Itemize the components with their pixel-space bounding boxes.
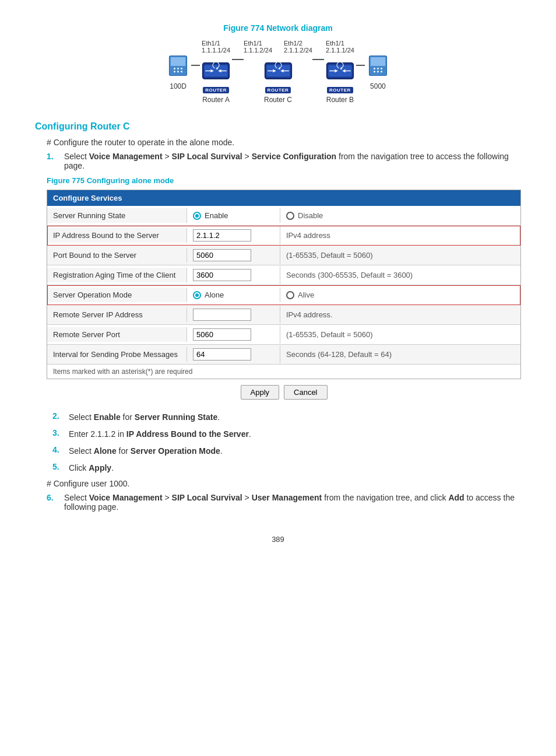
svg-point-6 bbox=[177, 71, 179, 72]
network-diagram: 100D Eth1/11.1.1.1/24 ROUTER Router A Et… bbox=[35, 40, 521, 104]
label-mode: Server Operation Mode bbox=[47, 288, 187, 302]
hint-aging: Seconds (300-65535, Default = 3600) bbox=[280, 268, 520, 282]
configure-user-text: # Configure user 1000. bbox=[47, 479, 521, 488]
router-a-label: Router A bbox=[202, 96, 230, 104]
device-5000: 5000 bbox=[365, 54, 391, 90]
config-row-ip: IP Address Bound to the Server IPv4 addr… bbox=[47, 226, 520, 246]
input-ip[interactable] bbox=[193, 229, 251, 242]
figure774-title: Figure 774 Network diagram bbox=[35, 23, 521, 33]
step1-item: 1. Select Voice Management > SIP Local S… bbox=[47, 152, 521, 170]
step2-num: 2. bbox=[52, 411, 63, 424]
label-port: Port Bound to the Server bbox=[47, 248, 187, 262]
label-alone: Alone bbox=[205, 290, 224, 299]
router-b-badge: ROUTER bbox=[327, 87, 353, 93]
router-c-icon bbox=[262, 55, 294, 87]
svg-point-31 bbox=[374, 68, 375, 69]
value-mode: Alone bbox=[187, 288, 280, 302]
router-c-group: Eth1/11.1.1.2/24 Eth1/22.1.1.2/24 ROUTER… bbox=[244, 40, 312, 104]
label-ip: IP Address Bound to the Server bbox=[47, 228, 187, 243]
input-port[interactable] bbox=[193, 249, 251, 261]
value-interval[interactable] bbox=[187, 345, 280, 363]
device-100d-label: 100D bbox=[170, 82, 186, 90]
router-a-icon bbox=[200, 55, 232, 87]
input-remote-port[interactable] bbox=[193, 328, 251, 341]
config-row-server-running: Server Running State Enable Disable bbox=[47, 206, 520, 226]
apply-button[interactable]: Apply bbox=[241, 385, 280, 400]
svg-point-36 bbox=[381, 71, 382, 72]
value-remote-port[interactable] bbox=[187, 326, 280, 344]
step2-text: Select Enable for Server Running State. bbox=[69, 411, 220, 424]
svg-point-5 bbox=[174, 71, 175, 72]
step3-item: 3. Enter 2.1.1.2 in IP Address Bound to … bbox=[52, 428, 521, 440]
step6-text: Select Voice Management > SIP Local Surv… bbox=[64, 493, 521, 512]
device-100d: 100D bbox=[165, 54, 191, 90]
phone-right-icon bbox=[365, 54, 391, 80]
step4-text: Select Alone for Server Operation Mode. bbox=[69, 445, 223, 457]
line4 bbox=[356, 65, 365, 66]
label-remote-ip: Remote Server IP Address bbox=[47, 307, 187, 322]
figure775-title: Figure 775 Configuring alone mode bbox=[47, 176, 521, 185]
label-server-running: Server Running State bbox=[47, 208, 187, 223]
page-number: 389 bbox=[35, 535, 521, 544]
config-row-remote-port: Remote Server Port (1-65535, Default = 5… bbox=[47, 325, 520, 345]
router-a-badge: ROUTER bbox=[203, 87, 229, 93]
config-footnote: Items marked with an asterisk(*) are req… bbox=[47, 365, 520, 379]
value-aging[interactable] bbox=[187, 266, 280, 284]
hint-port: (1-65535, Default = 5060) bbox=[280, 248, 520, 262]
intro-text: # Configure the router to operate in the… bbox=[47, 138, 521, 147]
hint-mode: Alive bbox=[280, 288, 520, 302]
phone-left-icon bbox=[165, 54, 191, 80]
router-b-group: Eth1/12.1.1.1/24 ROUTER Router B bbox=[324, 40, 356, 104]
step5-item: 5. Click Apply. bbox=[52, 462, 521, 474]
line2 bbox=[232, 59, 244, 60]
hint-ip: IPv4 address bbox=[280, 228, 520, 243]
router-b-eth-left: Eth1/12.1.1.1/24 bbox=[326, 40, 354, 54]
step4-item: 4. Select Alone for Server Operation Mod… bbox=[52, 445, 521, 457]
cancel-button[interactable]: Cancel bbox=[284, 385, 327, 400]
label-remote-port: Remote Server Port bbox=[47, 327, 187, 342]
svg-point-2 bbox=[174, 68, 175, 69]
value-server-running: Enable bbox=[187, 208, 280, 223]
router-a-group: Eth1/11.1.1.1/24 ROUTER Router A bbox=[200, 40, 232, 104]
step4-num: 4. bbox=[52, 445, 63, 457]
step6-item: 6. Select Voice Management > SIP Local S… bbox=[47, 493, 521, 512]
label-enable: Enable bbox=[205, 211, 228, 220]
step1-num: 1. bbox=[47, 152, 58, 170]
router-a-eth-right: Eth1/11.1.1.1/24 bbox=[202, 40, 230, 54]
hint-server-running: Disable bbox=[280, 208, 520, 223]
config-row-mode: Server Operation Mode Alone Alive bbox=[47, 285, 520, 305]
radio-alive[interactable] bbox=[286, 291, 294, 299]
value-port[interactable] bbox=[187, 246, 280, 264]
input-aging[interactable] bbox=[193, 269, 251, 281]
radio-alone[interactable] bbox=[193, 291, 201, 299]
step6-num: 6. bbox=[47, 493, 58, 512]
input-interval[interactable] bbox=[193, 348, 251, 360]
router-c-eth-right: Eth1/22.1.1.2/24 bbox=[284, 40, 312, 54]
label-aging: Registration Aging Time of the Client bbox=[47, 268, 187, 282]
section-heading: Configuring Router C bbox=[35, 121, 521, 132]
svg-point-34 bbox=[374, 71, 375, 72]
svg-rect-30 bbox=[371, 57, 386, 66]
label-disable: Disable bbox=[298, 211, 323, 220]
router-a-eth-labels: Eth1/11.1.1.1/24 bbox=[202, 40, 230, 54]
config-row-port: Port Bound to the Server (1-65535, Defau… bbox=[47, 246, 520, 265]
step3-text: Enter 2.1.1.2 in IP Address Bound to the… bbox=[69, 428, 251, 440]
router-c-badge: ROUTER bbox=[265, 87, 291, 93]
radio-enable[interactable] bbox=[193, 212, 201, 220]
value-remote-ip[interactable] bbox=[187, 306, 280, 324]
label-interval: Interval for Sending Probe Messages bbox=[47, 347, 187, 362]
svg-point-33 bbox=[381, 68, 382, 69]
device-5000-label: 5000 bbox=[370, 82, 386, 90]
input-remote-ip[interactable] bbox=[193, 309, 251, 321]
router-b-eth-labels: Eth1/12.1.1.1/24 bbox=[326, 40, 354, 54]
svg-point-4 bbox=[181, 68, 182, 69]
hint-remote-ip: IPv4 address. bbox=[280, 307, 520, 322]
config-row-remote-ip: Remote Server IP Address IPv4 address. bbox=[47, 305, 520, 325]
config-row-aging: Registration Aging Time of the Client Se… bbox=[47, 265, 520, 285]
svg-point-3 bbox=[177, 68, 179, 69]
radio-disable[interactable] bbox=[286, 212, 294, 220]
svg-point-32 bbox=[377, 68, 379, 69]
router-b-label: Router B bbox=[326, 96, 354, 104]
value-ip[interactable] bbox=[187, 226, 280, 244]
svg-point-35 bbox=[377, 71, 379, 72]
